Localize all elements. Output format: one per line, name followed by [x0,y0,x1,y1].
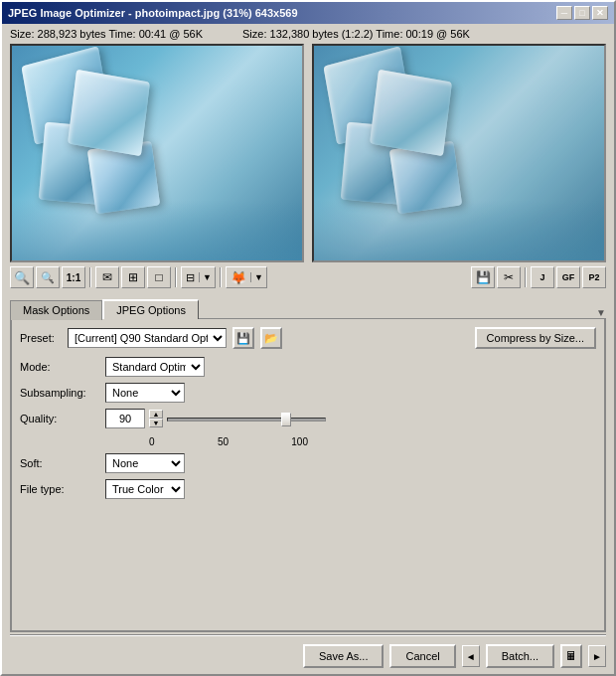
download-icon: ⊟ [182,271,199,284]
original-image-panel [10,44,304,262]
subsampling-label: Subsampling: [20,387,99,399]
toolbar-separator-4 [525,267,527,287]
toolbar-separator-1 [89,267,91,287]
mode-select[interactable]: Standard Optimized Progressive Standard [105,357,205,377]
preset-select[interactable]: [Current] Q90 Standard Opt [68,328,227,348]
slider-label-mid: 50 [218,436,229,447]
load-preset-icon: 📂 [264,332,278,345]
info-button[interactable]: 🖩 [560,644,582,668]
options-panel: Preset: [Current] Q90 Standard Opt 💾 📂 C… [10,318,606,632]
tab-jpeg-options[interactable]: JPEG Options [102,299,199,319]
cut-btn-toolbar[interactable]: ✂ [497,266,521,288]
slider-label-max: 100 [291,436,308,447]
email-button[interactable]: ✉ [95,266,119,288]
zoom-out-icon: 🔍- [41,271,55,284]
close-button[interactable]: ✕ [592,6,608,20]
filetype-control: True Color Grayscale [105,479,185,499]
single-view-button[interactable]: □ [147,266,171,288]
toolbar-right: 💾 ✂ J GF P2 [471,266,606,288]
jpeg-format-button[interactable]: J [531,266,554,288]
download-combo-button[interactable]: ⊟ ▼ [181,266,216,288]
quality-spin-up[interactable]: ▲ [149,410,163,419]
actual-size-label: 1:1 [67,272,80,283]
maximize-button[interactable]: □ [574,6,590,20]
bottom-bar: Save As... Cancel ◄ Batch... 🖩 ► [2,638,614,674]
slider-label-min: 0 [149,436,155,447]
zoom-out-button[interactable]: 🔍- [36,266,60,288]
png-label: P2 [588,272,599,282]
quality-control: ▲ ▼ [105,409,326,428]
save-preset-icon: 💾 [236,332,250,345]
window-title: JPEG Image Optimizer - photoimpact.jpg (… [8,7,298,19]
minimize-button[interactable]: ─ [556,6,572,20]
mode-label: Mode: [20,361,99,373]
gif-label: GF [562,272,575,282]
filetype-label: File type: [20,483,99,495]
browser-combo-button[interactable]: 🦊 ▼ [226,266,267,288]
split-view-icon: ⊞ [128,270,138,284]
subsampling-control: None 4:2:0 4:2:2 [105,383,185,403]
filetype-select[interactable]: True Color Grayscale [105,479,185,499]
zoom-in-button[interactable]: 🔍 [10,266,34,288]
toolbar: 🔍 🔍- 1:1 ✉ ⊞ □ ⊟ ▼ [2,262,614,292]
preset-label: Preset: [20,332,62,344]
compress-by-size-button[interactable]: Compress by Size... [475,327,596,349]
png-format-button[interactable]: P2 [582,266,606,288]
nav-right-icon: ► [592,651,602,662]
toolbar-separator-2 [175,267,177,287]
tabs: Mask Options JPEG Options [10,298,199,318]
tab-mask-options-label: Mask Options [23,304,89,316]
toolbar-left: 🔍 🔍- 1:1 ✉ ⊞ □ ⊟ ▼ [10,266,267,288]
panel-dropdown-arrow[interactable]: ▼ [596,307,606,318]
mode-control: Standard Optimized Progressive Standard [105,357,205,377]
bottom-divider [10,634,606,636]
cancel-button[interactable]: Cancel [389,644,455,668]
main-window: JPEG Image Optimizer - photoimpact.jpg (… [0,0,616,676]
nav-left-button[interactable]: ◄ [462,645,480,667]
browser-icon: 🦊 [227,270,250,285]
tabs-area: Mask Options JPEG Options ▼ [2,292,614,318]
info-row: Size: 288,923 bytes Time: 00:41 @ 56K Si… [2,24,614,44]
original-file-info: Size: 288,923 bytes Time: 00:41 @ 56K [10,28,203,40]
soft-label: Soft: [20,457,99,469]
nav-left-icon: ◄ [466,651,476,662]
ice-reflection-1 [12,201,302,260]
title-bar: JPEG Image Optimizer - photoimpact.jpg (… [2,2,614,24]
tab-jpeg-options-label: JPEG Options [116,304,186,316]
slider-labels: 0 50 100 [149,436,308,447]
jpeg-label: J [539,272,544,282]
optimized-image-panel [312,44,606,262]
save-as-button[interactable]: Save As... [303,644,385,668]
save-icon: 💾 [476,270,491,284]
optimized-image [314,46,604,260]
actual-size-button[interactable]: 1:1 [62,266,85,288]
quality-slider-area [167,416,326,422]
soft-row: Soft: None Low Medium High [20,453,596,473]
split-view-button[interactable]: ⊞ [121,266,145,288]
save-btn-toolbar[interactable]: 💾 [471,266,495,288]
soft-select[interactable]: None Low Medium High [105,453,185,473]
batch-button[interactable]: Batch... [486,644,554,668]
cut-icon: ✂ [504,270,514,284]
quality-row: Quality: ▲ ▼ [20,409,596,428]
original-image [12,46,302,260]
nav-right-button[interactable]: ► [588,645,606,667]
tab-mask-options[interactable]: Mask Options [10,300,102,320]
slider-labels-row: 0 50 100 [105,434,596,447]
info-icon: 🖩 [565,649,577,663]
quality-input[interactable] [105,409,145,428]
quality-slider-thumb[interactable] [281,413,291,426]
quality-spin-down[interactable]: ▼ [149,419,163,427]
mode-row: Mode: Standard Optimized Progressive Sta… [20,357,596,377]
gif-format-button[interactable]: GF [556,266,580,288]
save-preset-button[interactable]: 💾 [232,327,254,349]
load-preset-button[interactable]: 📂 [260,327,282,349]
subsampling-select[interactable]: None 4:2:0 4:2:2 [105,383,185,403]
optimized-file-info: Size: 132,380 bytes (1:2.2) Time: 00:19 … [242,28,470,40]
filetype-row: File type: True Color Grayscale [20,479,596,499]
zoom-in-icon: 🔍 [14,270,30,285]
quality-spinner: ▲ ▼ [149,410,163,427]
preset-row: Preset: [Current] Q90 Standard Opt 💾 📂 C… [20,327,596,349]
quality-slider-track [167,418,326,422]
ice-reflection-2 [314,201,604,260]
